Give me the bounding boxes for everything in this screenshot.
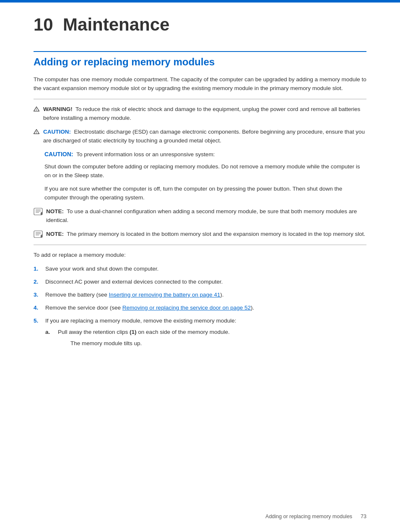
chapter-title: 10 Maintenance <box>34 15 366 34</box>
step-4-number: 4. <box>34 304 45 312</box>
step-1-text: Save your work and shut down the compute… <box>45 266 158 272</box>
warning-label: WARNING! <box>43 106 73 112</box>
svg-text:!: ! <box>36 131 37 134</box>
caution2-label: CAUTION: <box>44 151 73 158</box>
chapter-name: Maintenance <box>63 15 169 34</box>
section-divider-top <box>34 51 366 52</box>
step-3-text-after: ). <box>220 292 223 298</box>
warning-block: ! WARNING! To reduce the risk of electri… <box>34 105 366 123</box>
caution1-content: Electrostatic discharge (ESD) can damage… <box>43 129 365 144</box>
step-2: 2. Disconnect AC power and external devi… <box>34 278 366 287</box>
note1-label: NOTE: <box>46 208 64 214</box>
warning-icon: ! <box>34 106 39 111</box>
caution1-block: ! CAUTION: Electrostatic discharge (ESD)… <box>34 128 366 145</box>
sub-step-a: a. Pull away the retention clips (1) on … <box>45 328 366 348</box>
sub-step-a-content: Pull away the retention clips (1) on eac… <box>58 328 366 348</box>
separator-line-1 <box>34 99 366 99</box>
section-title: Adding or replacing memory modules <box>34 56 366 68</box>
step-4-content: Remove the service door (see Removing or… <box>45 304 366 312</box>
warning-content: To reduce the risk of electric shock and… <box>43 106 360 121</box>
sub-step-a-note: The memory module tilts up. <box>70 339 366 348</box>
step-1-content: Save your work and shut down the compute… <box>45 265 366 274</box>
note1-icon <box>34 208 43 215</box>
step-5-text: If you are replacing a memory module, re… <box>45 318 236 324</box>
step-2-content: Disconnect AC power and external devices… <box>45 278 366 287</box>
sub-steps-list: a. Pull away the retention clips (1) on … <box>45 328 366 348</box>
top-bar <box>0 0 400 3</box>
step-5: 5. If you are replacing a memory module,… <box>34 317 366 351</box>
note2-text: NOTE: The primary memory is located in t… <box>46 230 365 239</box>
page: 10 Maintenance Adding or replacing memor… <box>0 0 400 532</box>
step-3: 3. Remove the battery (see Inserting or … <box>34 291 366 300</box>
caution2-content: To prevent information loss or an unresp… <box>76 151 215 158</box>
caution1-text: CAUTION: Electrostatic discharge (ESD) c… <box>43 128 366 145</box>
caution1-label: CAUTION: <box>43 129 71 135</box>
content: 10 Maintenance Adding or replacing memor… <box>0 15 400 380</box>
note2-block: NOTE: The primary memory is located in t… <box>34 230 366 239</box>
step-3-text-before: Remove the battery (see <box>45 292 109 298</box>
step-4-text-before: Remove the service door (see <box>45 305 122 311</box>
step-3-link[interactable]: Inserting or removing the battery on pag… <box>109 292 221 298</box>
note2-label: NOTE: <box>46 231 64 237</box>
step-1-number: 1. <box>34 265 45 274</box>
intro-steps: To add or replace a memory module: <box>34 251 366 260</box>
caution2-block: CAUTION: To prevent information loss or … <box>44 150 366 159</box>
svg-text:!: ! <box>36 108 37 111</box>
caution1-icon: ! <box>34 129 39 134</box>
note1-block: NOTE: To use a dual-channel configuratio… <box>34 207 366 225</box>
chapter-number: 10 <box>34 15 53 34</box>
note1-text: NOTE: To use a dual-channel configuratio… <box>46 207 366 225</box>
para2: If you are not sure whether the computer… <box>44 185 366 202</box>
sub-step-a-text-before: Pull away the retention clips <box>58 329 130 335</box>
step-5-content: If you are replacing a memory module, re… <box>45 317 366 351</box>
footer-page-number: 73 <box>361 514 366 519</box>
step-5-number: 5. <box>34 317 45 325</box>
footer: Adding or replacing memory modules 73 <box>265 514 366 519</box>
warning-text: WARNING! To reduce the risk of electric … <box>43 105 366 123</box>
step-4-text-after: ). <box>251 305 254 311</box>
para1: Shut down the computer before adding or … <box>44 163 366 180</box>
step-2-number: 2. <box>34 278 45 287</box>
sub-step-a-text-after: on each side of the memory module. <box>137 329 230 335</box>
intro-paragraph: The computer has one memory module compa… <box>34 75 366 93</box>
steps-list: 1. Save your work and shut down the comp… <box>34 265 366 351</box>
note2-content: The primary memory is located in the bot… <box>67 231 365 237</box>
step-3-content: Remove the battery (see Inserting or rem… <box>45 291 366 300</box>
note1-content: To use a dual-channel configuration when… <box>46 208 357 223</box>
step-4: 4. Remove the service door (see Removing… <box>34 304 366 312</box>
footer-section-label: Adding or replacing memory modules <box>265 514 352 519</box>
separator-line-2 <box>34 245 366 245</box>
step-1: 1. Save your work and shut down the comp… <box>34 265 366 274</box>
note2-icon <box>34 230 43 238</box>
sub-step-a-bold: (1) <box>130 329 137 335</box>
step-4-link[interactable]: Removing or replacing the service door o… <box>122 305 251 311</box>
sub-step-a-label: a. <box>45 328 58 337</box>
step-2-text: Disconnect AC power and external devices… <box>45 279 223 285</box>
step-3-number: 3. <box>34 291 45 300</box>
